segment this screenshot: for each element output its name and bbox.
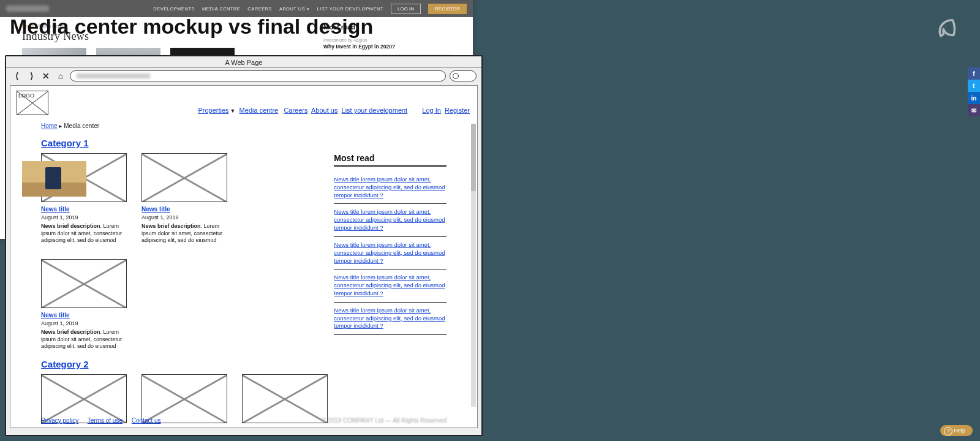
wireframe-mockup-panel: A Web Page ⟨ ⟩ ✕ ⌂ LOGO Properties▼ Medi… (5, 55, 483, 436)
most-read-item[interactable]: News title lorem ipsum dolor sit amet, c… (334, 172, 447, 204)
breadcrumb: Home ▸ Media center (41, 123, 447, 129)
logo-placeholder: LOGO (17, 91, 48, 115)
most-read-item[interactable]: News title lorem ipsum dolor sit amet, c… (334, 237, 447, 270)
back-icon[interactable]: ⟨ (11, 70, 22, 81)
browser-toolbar: ⟨ ⟩ ✕ ⌂ (6, 68, 481, 85)
image-placeholder (141, 374, 227, 423)
browser-title: A Web Page (6, 56, 481, 68)
article-image (22, 161, 86, 197)
most-read-item[interactable]: News title lorem ipsum dolor sit amet, c… (334, 303, 447, 335)
search-box[interactable] (450, 70, 477, 81)
most-read-heading: Most read (334, 153, 447, 167)
nav-properties[interactable]: Properties (198, 107, 228, 114)
image-placeholder (242, 374, 328, 423)
footer-copyright: © 2019 COMPANY Ltd — All Rights Reserved (322, 417, 447, 424)
nav-about-us[interactable]: About us (311, 107, 337, 114)
help-button[interactable]: Help (940, 425, 973, 436)
social-share-rail: f t in ✉ (968, 67, 980, 116)
news-card[interactable]: News titleAugust 1, 2019News brief descr… (141, 153, 227, 244)
nav-login[interactable]: Log In (422, 107, 441, 114)
register-button[interactable]: REGISTER (428, 4, 467, 14)
nav-media-centre[interactable]: Media centre (239, 107, 279, 114)
twitter-icon[interactable]: t (968, 80, 980, 92)
image-placeholder (41, 259, 127, 308)
most-read-sidebar: Most read News title lorem ipsum dolor s… (334, 153, 447, 350)
stop-icon[interactable]: ✕ (40, 70, 51, 81)
nav-list-dev[interactable]: List your development (342, 107, 408, 114)
nav-register[interactable]: Register (445, 107, 470, 114)
email-icon[interactable]: ✉ (968, 104, 980, 116)
mockup-footer: Privacy policy Terms of use Contact us ©… (41, 417, 447, 424)
url-bar[interactable] (70, 70, 446, 81)
nav-developments[interactable]: DEVELOPMENTS (153, 6, 195, 12)
image-placeholder (141, 153, 227, 202)
most-read-item[interactable]: News title lorem ipsum dolor sit amet, c… (334, 204, 447, 236)
brand-logo[interactable] (6, 6, 49, 12)
most-read-item[interactable]: News title lorem ipsum dolor sit amet, c… (334, 270, 447, 302)
nav-list-dev[interactable]: LIST YOUR DEVELOPMENT (317, 6, 383, 12)
page-title: Media center mockup vs final design (10, 15, 373, 39)
nav-media-centre[interactable]: MEDIA CENTRE (202, 6, 240, 12)
linkedin-icon[interactable]: in (968, 92, 980, 104)
footer-terms[interactable]: Terms of use (88, 417, 123, 424)
chevron-down-icon: ▾ (307, 7, 310, 11)
image-placeholder (41, 374, 127, 423)
nav-careers[interactable]: Careers (284, 107, 307, 114)
footer-privacy[interactable]: Privacy policy (41, 417, 78, 424)
nav-about-us[interactable]: ABOUT US ▾ (279, 6, 309, 12)
news-card[interactable]: News titleAugust 1, 2019News brief descr… (41, 259, 127, 350)
breadcrumb-home[interactable]: Home (41, 123, 58, 129)
nav-careers[interactable]: CAREERS (247, 6, 272, 12)
home-icon[interactable]: ⌂ (55, 70, 66, 81)
forward-icon[interactable]: ⟩ (26, 70, 37, 81)
category-1-heading[interactable]: Category 1 (41, 138, 447, 148)
login-button[interactable]: LOG IN (391, 4, 421, 14)
category-2-heading[interactable]: Category 2 (41, 359, 447, 369)
footer-contact[interactable]: Contact us (132, 417, 161, 424)
mockup-main-nav: Properties▼ Media centre Careers About u… (198, 107, 470, 114)
facebook-icon[interactable]: f (968, 67, 980, 80)
leaf-logo-icon (932, 15, 958, 43)
